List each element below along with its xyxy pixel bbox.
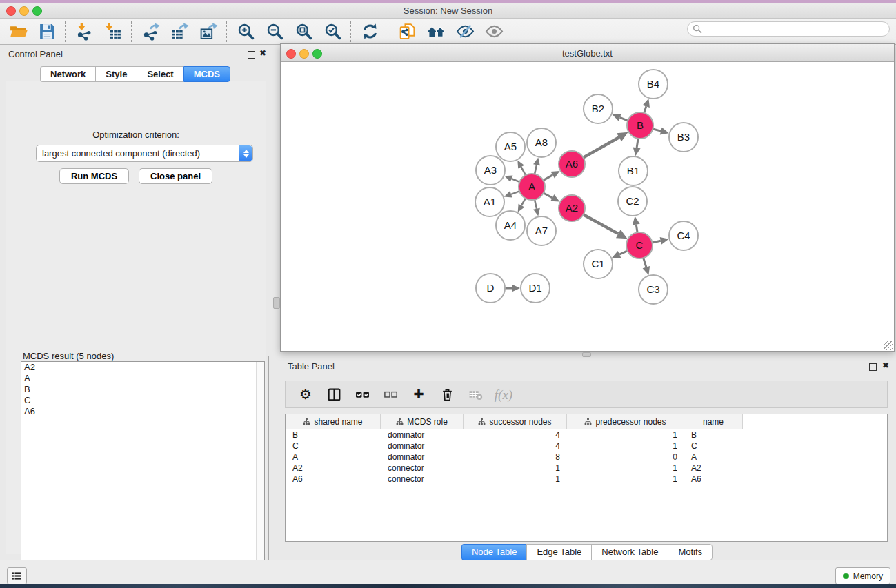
cell-name[interactable]: B: [684, 429, 743, 440]
node-D[interactable]: D: [476, 274, 505, 303]
cell-MCDS-role[interactable]: connector: [381, 474, 464, 485]
zoom-fit-button[interactable]: [292, 21, 315, 43]
tab-node-table[interactable]: Node Table: [461, 544, 527, 560]
column-header-predecessor-nodes[interactable]: predecessor nodes: [567, 414, 684, 429]
vertical-scrollbar-thumb[interactable]: [273, 297, 280, 309]
memory-button[interactable]: Memory: [835, 567, 890, 585]
table-options-gear-button[interactable]: ⚙: [297, 385, 315, 403]
edge-A-A4[interactable]: [518, 199, 526, 212]
cell-shared-name[interactable]: A2: [286, 463, 381, 474]
edge-C-C4[interactable]: [653, 237, 669, 245]
apply-function-button[interactable]: f(x): [495, 385, 512, 403]
node-A4[interactable]: A4: [496, 211, 525, 240]
export-network-button[interactable]: [139, 21, 161, 43]
edge-C-C1[interactable]: [612, 251, 628, 258]
node-A6[interactable]: A6: [559, 151, 585, 177]
dropdown-stepper-icon[interactable]: [239, 145, 252, 161]
tab-network-table[interactable]: Network Table: [591, 544, 668, 560]
import-table-button[interactable]: [102, 21, 124, 43]
node-B1[interactable]: B1: [619, 156, 648, 185]
cell-name[interactable]: A: [684, 452, 743, 463]
edge-A-A3[interactable]: [504, 176, 519, 182]
node-A[interactable]: A: [519, 174, 545, 200]
cell-successor-nodes[interactable]: 8: [464, 452, 567, 463]
table-row-A[interactable]: Adominator80A: [286, 452, 887, 463]
table-row-C[interactable]: Cdominator41C: [286, 440, 887, 452]
edge-A-A1[interactable]: [504, 191, 519, 197]
column-header-name[interactable]: name: [684, 414, 743, 429]
node-C2[interactable]: C2: [618, 187, 647, 216]
unselect-all-columns-button[interactable]: [381, 385, 399, 403]
cell-successor-nodes[interactable]: 4: [464, 429, 567, 440]
export-table-button[interactable]: [168, 21, 190, 43]
node-A3[interactable]: A3: [476, 156, 505, 185]
cell-successor-nodes[interactable]: 1: [464, 474, 567, 485]
cell-MCDS-role[interactable]: connector: [381, 463, 464, 474]
column-header-successor-nodes[interactable]: successor nodes: [464, 414, 567, 429]
open-session-button[interactable]: [7, 21, 29, 43]
cell-name[interactable]: A2: [684, 463, 743, 474]
cell-successor-nodes[interactable]: 1: [464, 463, 567, 474]
mcds-result-item[interactable]: A6: [21, 406, 264, 417]
node-C4[interactable]: C4: [669, 221, 698, 250]
mcds-result-item[interactable]: A: [21, 373, 264, 384]
table-float-icon[interactable]: [869, 363, 877, 371]
zoom-selected-button[interactable]: [321, 21, 344, 43]
mcds-result-item[interactable]: A2: [21, 362, 264, 373]
table-row-A2[interactable]: A2connector11A2: [286, 463, 887, 474]
select-all-columns-button[interactable]: [353, 385, 371, 403]
cell-predecessor-nodes[interactable]: 1: [567, 440, 684, 452]
task-history-button[interactable]: [7, 567, 27, 585]
delete-rows-button[interactable]: [438, 385, 456, 403]
edge-C-C3[interactable]: [643, 258, 650, 275]
node-A1[interactable]: A1: [475, 187, 504, 216]
delete-table-button[interactable]: [466, 385, 484, 403]
tab-edge-table[interactable]: Edge Table: [526, 544, 591, 560]
import-network-button[interactable]: [73, 21, 95, 43]
edge-B-B4[interactable]: [642, 99, 649, 113]
refresh-button[interactable]: [359, 21, 381, 43]
tab-network[interactable]: Network: [40, 66, 95, 82]
show-all-button[interactable]: [483, 21, 505, 43]
node-B3[interactable]: B3: [669, 123, 698, 152]
edge-B-B3[interactable]: [653, 128, 668, 135]
cell-shared-name[interactable]: A: [286, 452, 381, 463]
search-input[interactable]: [687, 21, 890, 37]
edge-A6-B[interactable]: [584, 132, 628, 158]
node-A8[interactable]: A8: [527, 128, 556, 157]
table-row-B[interactable]: Bdominator41B: [286, 429, 887, 440]
node-A2[interactable]: A2: [559, 195, 585, 221]
cell-shared-name[interactable]: C: [286, 440, 381, 452]
cell-successor-nodes[interactable]: 4: [464, 440, 567, 452]
cell-MCDS-role[interactable]: dominator: [381, 452, 464, 463]
network-window-titlebar[interactable]: testGlobe.txt: [281, 44, 894, 62]
zoom-in-button[interactable]: [235, 21, 257, 43]
edge-A-A7[interactable]: [533, 200, 540, 216]
node-A7[interactable]: A7: [527, 216, 556, 245]
table-row-A6[interactable]: A6connector11A6: [286, 474, 887, 485]
window-resize-grip[interactable]: [884, 341, 893, 350]
cell-predecessor-nodes[interactable]: 1: [567, 429, 684, 440]
cell-name[interactable]: C: [684, 440, 743, 452]
insert-column-button[interactable]: [325, 385, 343, 403]
close-panel-button[interactable]: Close panel: [139, 168, 212, 184]
edge-A2-C[interactable]: [584, 214, 628, 239]
add-row-button[interactable]: ✚: [410, 385, 428, 403]
tab-style[interactable]: Style: [95, 66, 137, 82]
column-header-MCDS-role[interactable]: MCDS role: [381, 414, 464, 429]
close-panel-icon[interactable]: ✖: [259, 48, 266, 58]
cell-name[interactable]: A6: [684, 474, 743, 485]
edge-B-B1[interactable]: [633, 139, 641, 156]
node-A5[interactable]: A5: [496, 132, 525, 161]
cell-shared-name[interactable]: A6: [286, 474, 381, 485]
hide-selected-button[interactable]: [454, 21, 476, 43]
cell-predecessor-nodes[interactable]: 1: [567, 474, 684, 485]
node-C3[interactable]: C3: [639, 275, 668, 304]
edge-A-A5[interactable]: [517, 160, 526, 175]
run-mcds-button[interactable]: Run MCDS: [59, 168, 129, 184]
node-B2[interactable]: B2: [584, 94, 613, 123]
cell-predecessor-nodes[interactable]: 0: [567, 452, 684, 463]
node-C[interactable]: C: [626, 232, 653, 258]
edge-D-D1[interactable]: [505, 285, 520, 292]
table-close-icon[interactable]: ✖: [882, 361, 889, 370]
